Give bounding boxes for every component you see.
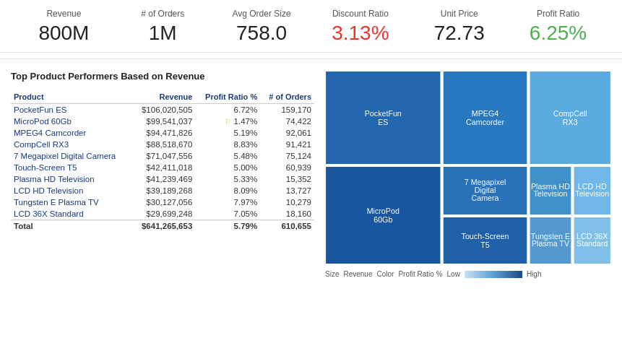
treemap-label-9-1: Standard [576, 240, 608, 248]
cell-profit-7: 8.09% [195, 185, 260, 196]
treemap-cell-4[interactable]: 7 MegapixelDigitalCamera [443, 166, 528, 215]
cell-product-5: Touch-Screen T5 [11, 162, 131, 173]
cell-profit-2: 5.19% [195, 127, 260, 139]
table-header: Product Revenue Profit Ratio % # of Orde… [11, 90, 314, 104]
kpi-item-0: Revenue800M [14, 9, 113, 45]
high-label: High [527, 270, 542, 278]
cell-profit-0: 6.72% [195, 104, 260, 116]
main-content: Top Product Performers Based on Revenue … [0, 64, 622, 348]
treemap-cell-3[interactable]: MicroPod60Gb [325, 166, 441, 264]
right-section: PocketFunESMPEG4CamcorderCompCellRX3Micr… [325, 71, 611, 341]
treemap-label-9-0: LCD 36X [576, 233, 608, 240]
svg-rect-5 [443, 217, 528, 264]
treemap-label-0-0: PocketFun [365, 110, 402, 118]
cell-revenue-1: $99,541,037 [131, 116, 195, 127]
cell-product-0: PocketFun ES [11, 104, 131, 116]
cell-product-9: LCD 36X Standard [11, 208, 131, 220]
col-profit: Profit Ratio % [195, 90, 260, 104]
cell-orders-0: 159,170 [260, 104, 314, 116]
cell-profit-5: 5.00% [195, 162, 260, 173]
low-label: Low [447, 270, 460, 278]
treemap-svg: PocketFunESMPEG4CamcorderCompCellRX3Micr… [325, 71, 611, 266]
kpi-label-0: Revenue [14, 9, 113, 19]
table-row: MPEG4 Camcorder$94,471,8265.19%92,061 [11, 127, 314, 139]
treemap-label-7-1: Television [575, 191, 609, 199]
svg-rect-0 [325, 71, 441, 165]
profit-flag-icon: ⚐ [225, 118, 231, 126]
kpi-value-3: 3.13% [311, 22, 410, 45]
table-row: Plasma HD Television$41,239,4695.33%15,3… [11, 173, 314, 185]
table-row: Touch-Screen T5$42,411,0185.00%60,939 [11, 162, 314, 173]
table-body: PocketFun ES$106,020,5056.72%159,170Micr… [11, 104, 314, 233]
svg-rect-1 [443, 71, 528, 165]
treemap-cell-5[interactable]: Touch-ScreenT5 [443, 217, 528, 264]
cell-profit-3: 8.83% [195, 139, 260, 150]
cell-orders-4: 75,124 [260, 150, 314, 162]
cell-orders-8: 10,279 [260, 196, 314, 208]
kpi-label-5: Profit Ratio [509, 9, 608, 19]
cell-product-1: MicroPod 60Gb [11, 116, 131, 127]
treemap-cell-8[interactable]: Tungsten EPlasma TV [530, 217, 572, 264]
treemap-label-8-0: Tungsten E [531, 233, 570, 240]
color-label: Color [376, 270, 394, 278]
treemap-label-8-1: Plasma TV [532, 240, 569, 248]
kpi-item-5: Profit Ratio6.25% [509, 9, 608, 45]
cell-revenue-9: $29,699,248 [131, 208, 195, 220]
svg-rect-2 [530, 71, 611, 165]
cell-revenue-5: $42,411,018 [131, 162, 195, 173]
cell-product-2: MPEG4 Camcorder [11, 127, 131, 139]
cell-profit-4: 5.48% [195, 150, 260, 162]
treemap-label-5-1: T5 [480, 241, 490, 249]
treemap-cell-1[interactable]: MPEG4Camcorder [443, 71, 528, 165]
cell-orders-5: 60,939 [260, 162, 314, 173]
kpi-item-1: # of Orders1M [113, 9, 212, 45]
kpi-label-3: Discount Ratio [311, 9, 410, 19]
treemap-cell-2[interactable]: CompCellRX3 [530, 71, 611, 165]
treemap-label-6-0: Plasma HD [531, 183, 570, 191]
size-field: Revenue [343, 270, 372, 278]
legend-gradient [465, 271, 522, 278]
kpi-value-2: 758.0 [212, 22, 311, 45]
cell-revenue-0: $106,020,505 [131, 104, 195, 116]
kpi-item-4: Unit Price72.73 [410, 9, 509, 45]
treemap-cell-0[interactable]: PocketFunES [325, 71, 441, 165]
treemap-cell-6[interactable]: Plasma HDTelevision [530, 166, 572, 215]
col-orders: # of Orders [260, 90, 314, 104]
cell-product-3: CompCell RX3 [11, 139, 131, 150]
cell-total-revenue: $641,265,653 [131, 220, 195, 233]
svg-rect-3 [325, 166, 441, 264]
treemap-label-1-1: Camcorder [466, 118, 504, 126]
treemap-label-4-0: 7 Megapixel [465, 179, 506, 187]
cell-profit-1: ⚐ 1.47% [195, 116, 260, 127]
table-total-row: Total$641,265,6535.79%610,655 [11, 220, 314, 233]
cell-profit-8: 7.97% [195, 196, 260, 208]
cell-total-profit: 5.79% [195, 220, 260, 233]
cell-revenue-6: $41,239,469 [131, 173, 195, 185]
cell-orders-2: 92,061 [260, 127, 314, 139]
treemap-label-1-0: MPEG4 [472, 110, 499, 118]
kpi-value-4: 72.73 [410, 22, 509, 45]
treemap-label-2-0: CompCell [553, 110, 587, 118]
products-table: Product Revenue Profit Ratio % # of Orde… [11, 90, 314, 232]
kpi-item-3: Discount Ratio3.13% [311, 9, 410, 45]
table-row: PocketFun ES$106,020,5056.72%159,170 [11, 104, 314, 116]
treemap-label-3-1: 60Gb [373, 216, 392, 224]
table-row: LCD 36X Standard$29,699,2487.05%18,160 [11, 208, 314, 220]
cell-profit-6: 5.33% [195, 173, 260, 185]
cell-orders-7: 13,727 [260, 185, 314, 196]
kpi-value-0: 800M [14, 22, 113, 45]
treemap-label-5-0: Touch-Screen [462, 233, 509, 240]
treemap-label-4-1: Digital [475, 187, 496, 195]
treemap-cell-9[interactable]: LCD 36XStandard [574, 217, 611, 264]
treemap-label-0-1: ES [378, 118, 388, 126]
treemap-label-3-0: MicroPod [367, 207, 399, 215]
cell-revenue-3: $88,518,670 [131, 139, 195, 150]
treemap-cell-7[interactable]: LCD HDTelevision [574, 166, 611, 215]
cell-revenue-2: $94,471,826 [131, 127, 195, 139]
cell-total-orders: 610,655 [260, 220, 314, 233]
cell-revenue-8: $30,127,056 [131, 196, 195, 208]
cell-profit-9: 7.05% [195, 208, 260, 220]
kpi-divider [0, 58, 622, 59]
cell-product-7: LCD HD Television [11, 185, 131, 196]
size-label: Size [325, 270, 339, 278]
